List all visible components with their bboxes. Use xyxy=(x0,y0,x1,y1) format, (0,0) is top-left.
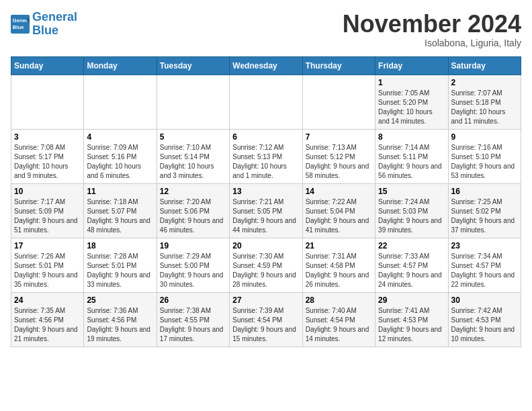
day-info: Sunrise: 7:40 AM Sunset: 4:54 PM Dayligh… xyxy=(306,306,372,344)
day-number: 25 xyxy=(87,295,153,305)
logo-icon: General Blue xyxy=(11,15,30,34)
day-number: 24 xyxy=(14,295,81,305)
page-header: General Blue General Blue November 2024 … xyxy=(11,11,521,48)
day-number: 30 xyxy=(451,295,518,305)
day-info: Sunrise: 7:34 AM Sunset: 4:57 PM Dayligh… xyxy=(451,252,518,289)
day-number: 16 xyxy=(451,187,518,196)
calendar-cell: 10Sunrise: 7:17 AM Sunset: 5:09 PM Dayli… xyxy=(11,183,84,238)
week-row-4: 17Sunrise: 7:26 AM Sunset: 5:01 PM Dayli… xyxy=(11,238,521,292)
day-number: 14 xyxy=(306,187,372,196)
header-row: Sunday Monday Tuesday Wednesday Thursday… xyxy=(11,56,521,75)
day-number: 13 xyxy=(232,187,299,196)
day-info: Sunrise: 7:22 AM Sunset: 5:04 PM Dayligh… xyxy=(306,197,372,235)
calendar-cell: 16Sunrise: 7:25 AM Sunset: 5:02 PM Dayli… xyxy=(448,183,521,238)
day-number: 10 xyxy=(14,187,81,196)
day-info: Sunrise: 7:36 AM Sunset: 4:56 PM Dayligh… xyxy=(87,306,153,344)
calendar-cell: 27Sunrise: 7:39 AM Sunset: 4:54 PM Dayli… xyxy=(230,292,302,347)
col-sunday: Sunday xyxy=(11,56,84,75)
calendar-cell xyxy=(157,75,229,129)
calendar-cell xyxy=(84,75,157,129)
day-info: Sunrise: 7:35 AM Sunset: 4:56 PM Dayligh… xyxy=(14,306,81,344)
day-number: 2 xyxy=(451,78,518,87)
location-subtitle: Isolabona, Liguria, Italy xyxy=(343,38,521,48)
svg-text:General: General xyxy=(13,17,30,24)
day-info: Sunrise: 7:08 AM Sunset: 5:17 PM Dayligh… xyxy=(14,143,81,181)
day-number: 21 xyxy=(306,241,372,250)
day-info: Sunrise: 7:16 AM Sunset: 5:10 PM Dayligh… xyxy=(451,143,518,181)
day-number: 5 xyxy=(160,132,226,142)
calendar-cell: 8Sunrise: 7:14 AM Sunset: 5:11 PM Daylig… xyxy=(375,129,448,183)
calendar-cell: 28Sunrise: 7:40 AM Sunset: 4:54 PM Dayli… xyxy=(302,292,375,347)
calendar-cell: 1Sunrise: 7:05 AM Sunset: 5:20 PM Daylig… xyxy=(375,75,448,129)
calendar-cell: 26Sunrise: 7:38 AM Sunset: 4:55 PM Dayli… xyxy=(157,292,229,347)
day-number: 26 xyxy=(160,295,226,305)
calendar-cell: 20Sunrise: 7:30 AM Sunset: 4:59 PM Dayli… xyxy=(230,238,302,292)
day-info: Sunrise: 7:38 AM Sunset: 4:55 PM Dayligh… xyxy=(160,306,226,344)
day-number: 12 xyxy=(160,187,226,196)
day-info: Sunrise: 7:20 AM Sunset: 5:06 PM Dayligh… xyxy=(160,197,226,235)
calendar-cell: 4Sunrise: 7:09 AM Sunset: 5:16 PM Daylig… xyxy=(84,129,157,183)
day-info: Sunrise: 7:14 AM Sunset: 5:11 PM Dayligh… xyxy=(378,143,445,181)
logo-text: General Blue xyxy=(32,11,77,38)
col-wednesday: Wednesday xyxy=(230,56,302,75)
day-number: 22 xyxy=(378,241,445,250)
calendar-cell: 9Sunrise: 7:16 AM Sunset: 5:10 PM Daylig… xyxy=(448,129,521,183)
day-number: 3 xyxy=(14,132,81,142)
day-info: Sunrise: 7:31 AM Sunset: 4:58 PM Dayligh… xyxy=(306,252,372,289)
day-number: 6 xyxy=(232,132,299,142)
calendar-cell: 22Sunrise: 7:33 AM Sunset: 4:57 PM Dayli… xyxy=(375,238,448,292)
calendar-cell: 5Sunrise: 7:10 AM Sunset: 5:14 PM Daylig… xyxy=(157,129,229,183)
day-info: Sunrise: 7:18 AM Sunset: 5:07 PM Dayligh… xyxy=(87,197,153,235)
day-info: Sunrise: 7:17 AM Sunset: 5:09 PM Dayligh… xyxy=(14,197,81,235)
day-number: 1 xyxy=(378,78,445,87)
day-number: 15 xyxy=(378,187,445,196)
logo: General Blue General Blue xyxy=(11,11,77,38)
calendar-cell xyxy=(302,75,375,129)
day-info: Sunrise: 7:29 AM Sunset: 5:00 PM Dayligh… xyxy=(160,252,226,289)
day-number: 23 xyxy=(451,241,518,250)
day-number: 7 xyxy=(306,132,372,142)
day-info: Sunrise: 7:13 AM Sunset: 5:12 PM Dayligh… xyxy=(306,143,372,181)
day-info: Sunrise: 7:28 AM Sunset: 5:01 PM Dayligh… xyxy=(87,252,153,289)
calendar-cell: 18Sunrise: 7:28 AM Sunset: 5:01 PM Dayli… xyxy=(84,238,157,292)
calendar-cell: 19Sunrise: 7:29 AM Sunset: 5:00 PM Dayli… xyxy=(157,238,229,292)
week-row-1: 1Sunrise: 7:05 AM Sunset: 5:20 PM Daylig… xyxy=(11,75,521,129)
calendar-table: Sunday Monday Tuesday Wednesday Thursday… xyxy=(11,56,521,347)
day-info: Sunrise: 7:25 AM Sunset: 5:02 PM Dayligh… xyxy=(451,197,518,235)
calendar-cell: 3Sunrise: 7:08 AM Sunset: 5:17 PM Daylig… xyxy=(11,129,84,183)
day-info: Sunrise: 7:07 AM Sunset: 5:18 PM Dayligh… xyxy=(451,89,518,126)
calendar-header: Sunday Monday Tuesday Wednesday Thursday… xyxy=(11,56,521,75)
calendar-body: 1Sunrise: 7:05 AM Sunset: 5:20 PM Daylig… xyxy=(11,75,521,347)
day-info: Sunrise: 7:24 AM Sunset: 5:03 PM Dayligh… xyxy=(378,197,445,235)
col-tuesday: Tuesday xyxy=(157,56,229,75)
day-number: 9 xyxy=(451,132,518,142)
col-saturday: Saturday xyxy=(448,56,521,75)
day-info: Sunrise: 7:30 AM Sunset: 4:59 PM Dayligh… xyxy=(232,252,299,289)
calendar-cell: 24Sunrise: 7:35 AM Sunset: 4:56 PM Dayli… xyxy=(11,292,84,347)
day-number: 4 xyxy=(87,132,153,142)
col-friday: Friday xyxy=(375,56,448,75)
calendar-cell xyxy=(230,75,302,129)
day-number: 17 xyxy=(14,241,81,250)
calendar-cell: 17Sunrise: 7:26 AM Sunset: 5:01 PM Dayli… xyxy=(11,238,84,292)
day-info: Sunrise: 7:10 AM Sunset: 5:14 PM Dayligh… xyxy=(160,143,226,181)
day-number: 19 xyxy=(160,241,226,250)
day-info: Sunrise: 7:39 AM Sunset: 4:54 PM Dayligh… xyxy=(232,306,299,344)
calendar-cell: 29Sunrise: 7:41 AM Sunset: 4:53 PM Dayli… xyxy=(375,292,448,347)
calendar-cell: 6Sunrise: 7:12 AM Sunset: 5:13 PM Daylig… xyxy=(230,129,302,183)
logo-line2: Blue xyxy=(32,24,58,37)
week-row-2: 3Sunrise: 7:08 AM Sunset: 5:17 PM Daylig… xyxy=(11,129,521,183)
calendar-cell: 14Sunrise: 7:22 AM Sunset: 5:04 PM Dayli… xyxy=(302,183,375,238)
day-info: Sunrise: 7:21 AM Sunset: 5:05 PM Dayligh… xyxy=(232,197,299,235)
day-number: 29 xyxy=(378,295,445,305)
calendar-cell: 11Sunrise: 7:18 AM Sunset: 5:07 PM Dayli… xyxy=(84,183,157,238)
day-number: 8 xyxy=(378,132,445,142)
calendar-cell: 13Sunrise: 7:21 AM Sunset: 5:05 PM Dayli… xyxy=(230,183,302,238)
svg-text:Blue: Blue xyxy=(13,24,24,30)
col-thursday: Thursday xyxy=(302,56,375,75)
day-info: Sunrise: 7:09 AM Sunset: 5:16 PM Dayligh… xyxy=(87,143,153,181)
calendar-cell: 25Sunrise: 7:36 AM Sunset: 4:56 PM Dayli… xyxy=(84,292,157,347)
col-monday: Monday xyxy=(84,56,157,75)
day-info: Sunrise: 7:41 AM Sunset: 4:53 PM Dayligh… xyxy=(378,306,445,344)
calendar-cell: 7Sunrise: 7:13 AM Sunset: 5:12 PM Daylig… xyxy=(302,129,375,183)
